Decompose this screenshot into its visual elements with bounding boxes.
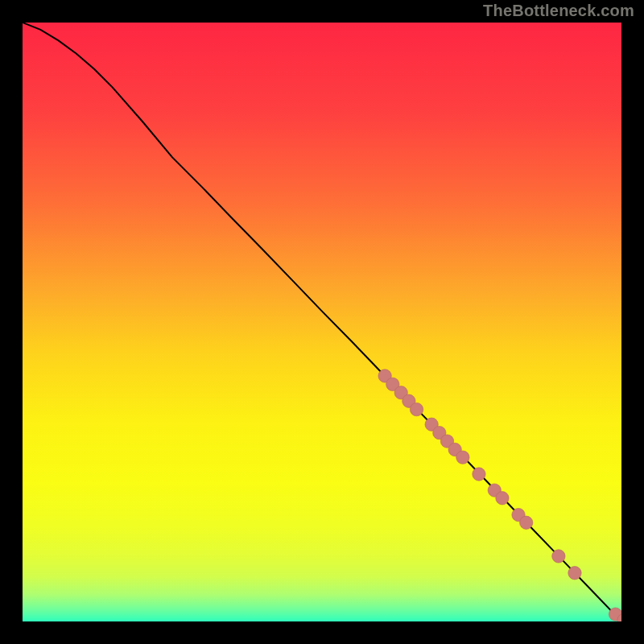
data-marker xyxy=(456,451,469,464)
plot-background xyxy=(23,23,621,621)
data-marker xyxy=(520,516,533,529)
data-marker xyxy=(496,492,509,505)
chart-canvas xyxy=(23,23,621,621)
bottleneck-chart xyxy=(23,23,621,621)
data-marker xyxy=(552,550,565,563)
data-marker xyxy=(410,402,423,415)
data-marker xyxy=(473,468,485,481)
attribution-label: TheBottleneck.com xyxy=(483,2,634,20)
data-marker xyxy=(568,567,581,580)
